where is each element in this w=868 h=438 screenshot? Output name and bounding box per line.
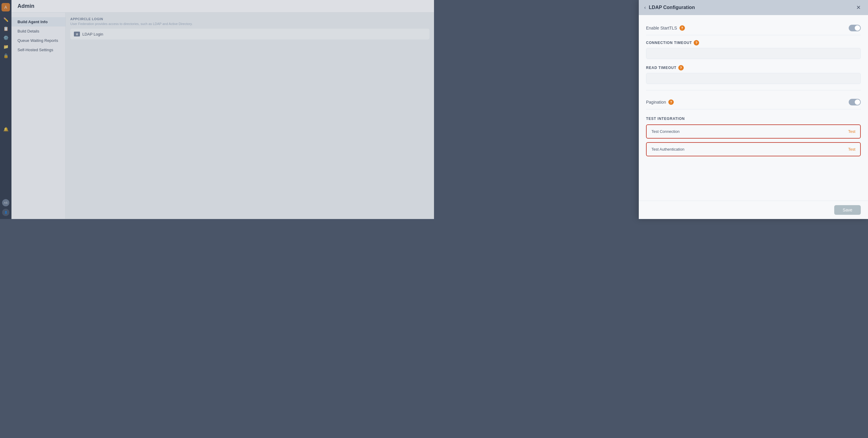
- main-area: Admin Build Agent Info Build Details Que…: [11, 0, 434, 219]
- user-avatar[interactable]: AS: [2, 199, 9, 206]
- app-logo[interactable]: A: [1, 3, 10, 11]
- nav-item-queue-waiting[interactable]: Queue Waiting Reports: [11, 36, 65, 45]
- sidebar-icon-edit[interactable]: ✏️: [2, 16, 9, 23]
- sidebar-icon-settings[interactable]: ⚙️: [2, 34, 9, 41]
- sidebar-icon-lock[interactable]: 🔒: [2, 53, 9, 59]
- page-title: Admin: [18, 3, 34, 9]
- sidebar-icon-folder[interactable]: 📁: [2, 43, 9, 50]
- top-header: Admin: [11, 0, 434, 13]
- sidebar-icon-bell[interactable]: 🔔: [2, 126, 9, 133]
- sidebar-icon-list[interactable]: 📋: [2, 25, 9, 32]
- ldap-label: LDAP Login: [82, 32, 103, 36]
- ldap-login-item[interactable]: 🖥 LDAP Login: [70, 29, 430, 39]
- section-title: APPCIRCLE LOGIN: [70, 17, 430, 21]
- content-layout: Build Agent Info Build Details Queue Wai…: [11, 13, 434, 219]
- nav-item-self-hosted[interactable]: Self-Hosted Settings: [11, 45, 65, 55]
- nav-item-build-details[interactable]: Build Details: [11, 27, 65, 36]
- ldap-icon: 🖥: [74, 32, 80, 36]
- section-subtitle: User Federation provides access to direc…: [70, 22, 430, 26]
- user-profile-icon[interactable]: 👤: [2, 209, 9, 216]
- center-panel: APPCIRCLE LOGIN User Federation provides…: [66, 13, 434, 219]
- sidebar: A ✏️ 📋 ⚙️ 📁 🔒 🔔 AS 👤: [0, 0, 11, 219]
- left-nav: Build Agent Info Build Details Queue Wai…: [11, 13, 66, 219]
- nav-item-build-agent-info[interactable]: Build Agent Info: [11, 17, 65, 27]
- appcircle-section: APPCIRCLE LOGIN User Federation provides…: [70, 17, 430, 39]
